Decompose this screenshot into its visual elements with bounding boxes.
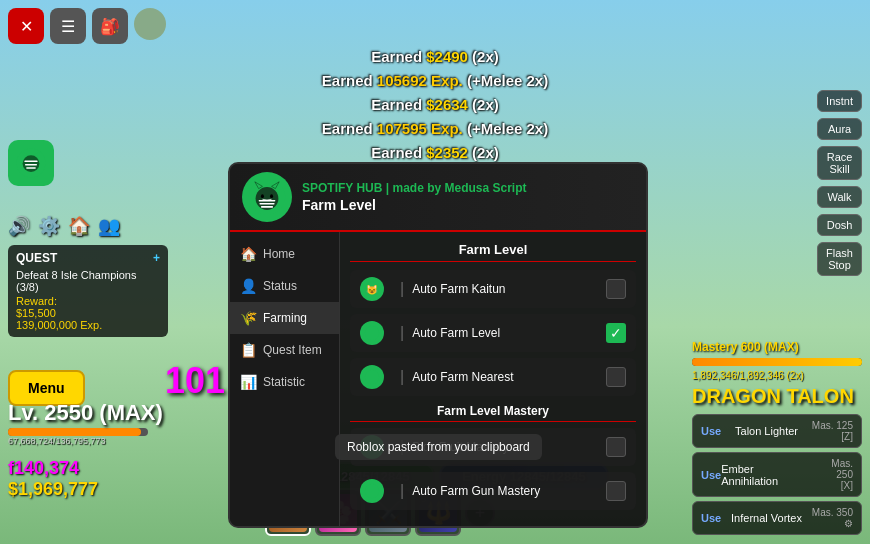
farming-nav-icon: 🌾	[240, 310, 257, 326]
auto-farm-kaitun-item: 😺 | Auto Farm Kaitun	[350, 270, 636, 308]
flash-stop-button[interactable]: FlashStop	[817, 242, 862, 276]
race-skill-button[interactable]: RaceSkill	[817, 146, 862, 180]
quest-reward-label: Reward:	[16, 295, 160, 307]
statistic-nav-icon: 📊	[240, 374, 257, 390]
use-label-3: Use	[701, 512, 721, 524]
big-number: 101	[165, 360, 225, 402]
hub-subtitle: Farm Level	[302, 197, 634, 213]
mastery-bar-fill	[692, 358, 862, 366]
nav-quest-label: Quest Item	[263, 343, 322, 357]
mastery-bar-bg	[692, 358, 862, 366]
nav-status[interactable]: 👤 Status	[230, 270, 339, 302]
earned-messages: Earned $2490 (2x) Earned 105692 Exp. (+M…	[322, 45, 548, 165]
sound-icon[interactable]: 🔊	[8, 215, 30, 237]
use-label-2: Use	[701, 469, 721, 481]
nav-statistic[interactable]: 📊 Statistic	[230, 366, 339, 398]
hub-title-area: SPOTIFY HUB | made by Medusa Script Farm…	[302, 181, 634, 213]
svg-point-21	[365, 484, 379, 498]
svg-rect-15	[261, 206, 273, 208]
farm-level-icon	[360, 321, 384, 345]
farm-nearest-icon	[360, 365, 384, 389]
hub-body: 🏠 Home 👤 Status 🌾 Farming 📋 Quest Item 📊…	[230, 232, 646, 526]
quest-panel: QUEST + Defeat 8 Isle Champions (3/8) Re…	[8, 245, 168, 337]
quest-nav-icon: 📋	[240, 342, 257, 358]
nav-home[interactable]: 🏠 Home	[230, 238, 339, 270]
friends-icon[interactable]: 👥	[98, 215, 120, 237]
bag-icon[interactable]: 🎒	[92, 8, 128, 44]
auto-farm-kaitun-checkbox[interactable]	[606, 279, 626, 299]
skill-info-1: Mas. 125[Z]	[812, 420, 853, 442]
level-label: Lv. 2550 (MAX)	[8, 400, 163, 426]
farm-mastery-section-header: Farm Level Mastery	[350, 404, 636, 422]
auto-farm-level-label: Auto Farm Level	[412, 326, 606, 340]
quest-reward-exp: 139,000,000 Exp.	[16, 319, 160, 331]
money-currency: $1,969,777	[8, 479, 98, 500]
nav-farming[interactable]: 🌾 Farming	[230, 302, 339, 334]
nav-statistic-label: Statistic	[263, 375, 305, 389]
gear-icon[interactable]: ⚙️	[38, 215, 60, 237]
divider-5: |	[400, 482, 404, 500]
weapon-name: DRAGON TALON	[692, 385, 862, 408]
hub-title: SPOTIFY HUB | made by Medusa Script	[302, 181, 634, 195]
aura-button[interactable]: Aura	[817, 118, 862, 140]
skill-info-3: Mas. 350⚙	[812, 507, 853, 529]
auto-farm-gun-mastery-label: Auto Farm Gun Mastery	[412, 484, 606, 498]
auto-farm-gun-mastery-checkbox[interactable]	[606, 481, 626, 501]
xp-bar-fill	[8, 428, 141, 436]
hub-header: SPOTIFY HUB | made by Medusa Script Farm…	[230, 164, 646, 232]
nav-farming-label: Farming	[263, 311, 307, 325]
infernal-vortex-skill[interactable]: Use Infernal Vortex Mas. 350⚙	[692, 501, 862, 535]
hub-content: Farm Level 😺 | Auto Farm Kaitun | Auto F…	[340, 232, 646, 526]
nav-home-label: Home	[263, 247, 295, 261]
hub-logo	[242, 172, 292, 222]
auto-farm-level-checkbox[interactable]: ✓	[606, 323, 626, 343]
divider-1: |	[400, 280, 404, 298]
auto-farm-kaitun-label: Auto Farm Kaitun	[412, 282, 606, 296]
status-nav-icon: 👤	[240, 278, 257, 294]
svg-point-1	[23, 155, 40, 172]
dosh-button[interactable]: Dosh	[817, 214, 862, 236]
auto-farm-gun-mastery-item: | Auto Farm Gun Mastery	[350, 472, 636, 510]
currency-display: f140,374 $1,969,777	[8, 458, 98, 500]
use-label-1: Use	[701, 425, 721, 437]
clipboard-toast: Roblox pasted from your clipboard	[335, 434, 542, 460]
svg-point-18	[365, 326, 379, 340]
home-icon[interactable]: 🏠	[68, 215, 90, 237]
blox-fruit-mastery-checkbox[interactable]	[606, 437, 626, 457]
auto-farm-nearest-label: Auto Farm Nearest	[412, 370, 606, 384]
skill-info-2: Mas. 250[X]	[812, 458, 853, 491]
ember-annihilation-skill[interactable]: Use Ember Annihilation Mas. 250[X]	[692, 452, 862, 497]
beli-currency: f140,374	[8, 458, 98, 479]
divider-3: |	[400, 368, 404, 386]
gun-mastery-icon	[360, 479, 384, 503]
svg-point-19	[365, 370, 379, 384]
hamburger-menu-button[interactable]: ☰	[50, 8, 86, 44]
svg-point-12	[270, 194, 273, 198]
level-display: Lv. 2550 (MAX) 67,668,724/136,795,773	[8, 400, 163, 446]
mastery-title: Mastery 600 (MAX)	[692, 340, 862, 354]
svg-rect-5	[25, 164, 37, 166]
hub-sidebar: 🏠 Home 👤 Status 🌾 Farming 📋 Quest Item 📊…	[230, 232, 340, 526]
skill-name-2: Ember Annihilation	[721, 463, 812, 487]
xp-text: 67,668,724/136,795,773	[8, 436, 163, 446]
svg-rect-4	[24, 161, 37, 163]
mastery-panel: Mastery 600 (MAX) 1,892,346/1,892,346 (2…	[692, 340, 862, 539]
skill-name-1: Talon Lighter	[735, 425, 798, 437]
talon-lighter-skill[interactable]: Use Talon Lighter Mas. 125[Z]	[692, 414, 862, 448]
avatar[interactable]	[134, 8, 166, 40]
auto-farm-nearest-item: | Auto Farm Nearest	[350, 358, 636, 396]
farm-kaitun-icon: 😺	[360, 277, 384, 301]
home-nav-icon: 🏠	[240, 246, 257, 262]
quest-plus-button[interactable]: +	[153, 251, 160, 265]
auto-farm-nearest-checkbox[interactable]	[606, 367, 626, 387]
roblox-icon[interactable]: ✕	[8, 8, 44, 44]
svg-point-11	[261, 194, 264, 198]
mastery-bar-text: 1,892,346/1,892,346 (2x)	[692, 370, 862, 381]
walk-button[interactable]: Walk	[817, 186, 862, 208]
instant-button[interactable]: Instnt	[817, 90, 862, 112]
quest-name: Defeat 8 Isle Champions (3/8)	[16, 269, 160, 293]
nav-quest-item[interactable]: 📋 Quest Item	[230, 334, 339, 366]
quest-reward-money: $15,500	[16, 307, 160, 319]
spotify-icon[interactable]	[8, 140, 54, 186]
xp-bar-bg	[8, 428, 148, 436]
